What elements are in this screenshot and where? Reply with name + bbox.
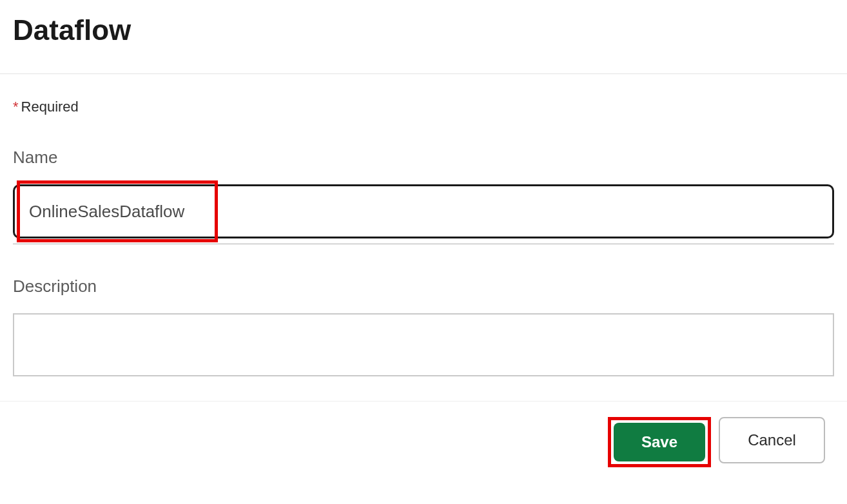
save-button[interactable]: Save: [614, 423, 705, 461]
name-input-wrapper: [13, 184, 834, 238]
dialog-title: Dataflow: [13, 0, 834, 73]
dataflow-dialog: Dataflow *Required Name Description Save…: [0, 0, 847, 467]
cancel-button[interactable]: Cancel: [719, 417, 825, 463]
button-row: Save Cancel: [13, 402, 834, 467]
description-label: Description: [13, 276, 834, 296]
save-highlight-box: Save: [608, 417, 711, 467]
required-asterisk: *: [13, 99, 19, 115]
name-label: Name: [13, 148, 834, 168]
description-input[interactable]: [13, 313, 834, 376]
required-indicator: *Required: [13, 74, 834, 115]
required-label: Required: [21, 99, 79, 115]
name-input[interactable]: [13, 184, 834, 238]
name-underline: [13, 244, 834, 244]
